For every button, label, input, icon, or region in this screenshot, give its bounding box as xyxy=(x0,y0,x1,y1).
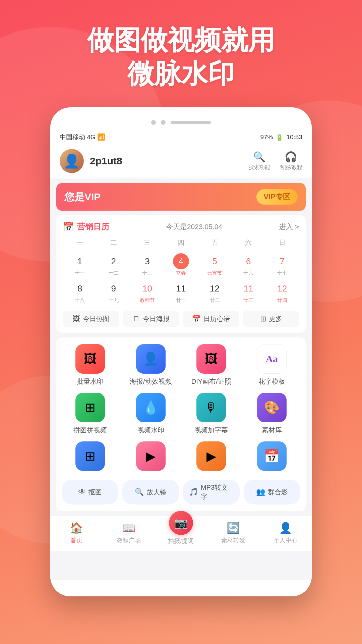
hot-image-button[interactable]: 🖼 今日热图 xyxy=(63,311,119,327)
cutout-icon: 👁 xyxy=(78,488,86,496)
cal-day-2[interactable]: 2 十二 xyxy=(97,251,131,278)
camera-circle-button[interactable]: 📷 xyxy=(169,511,193,535)
vip-banner[interactable]: 您是VIP VIP专区 xyxy=(56,183,306,211)
calendar-phrase-icon: 📅 xyxy=(192,315,201,323)
support-button[interactable]: 🎧 客服/教程 xyxy=(280,151,302,171)
nav-material[interactable]: 🔄 素材转发 xyxy=(207,522,259,544)
avatar xyxy=(60,149,84,173)
weekday-mon: 一 xyxy=(63,237,97,249)
feature-collage[interactable]: ⊞ 拼图拼视频 xyxy=(62,393,119,435)
feature-grid: 🖼 批量水印 👤 海报/动效视频 🖼 DIY xyxy=(62,344,300,474)
nav-home-label: 首页 xyxy=(70,536,82,544)
nav-tutorials[interactable]: 📖 教程广场 xyxy=(103,522,155,544)
time-text: 10:53 xyxy=(286,133,302,141)
calendar-phrase-label: 日历心语 xyxy=(203,314,230,323)
cal-day-6[interactable]: 6 十六 xyxy=(232,251,265,278)
mp3-button[interactable]: 🎵 MP3转文字 xyxy=(183,480,240,504)
weekday-thu: 四 xyxy=(164,237,198,249)
header-action-icons: 🔍 搜索功能 🎧 客服/教程 xyxy=(249,151,302,171)
hot-image-icon: 🖼 xyxy=(73,315,80,323)
calendar-phrase-button[interactable]: 📅 日历心语 xyxy=(183,311,239,327)
more-icon: ⊞ xyxy=(260,315,266,323)
nav-camera-label: 拍摄/提词 xyxy=(168,537,194,545)
cal-day-7[interactable]: 7 十七 xyxy=(265,251,299,278)
status-bar: 中国移动 4G 📶 97% 🔋 10:53 xyxy=(50,131,312,144)
mp3-label: MP3转文字 xyxy=(201,483,234,501)
group-label: 群合影 xyxy=(268,488,288,497)
search-label: 搜索功能 xyxy=(249,164,270,171)
calendar-action-buttons: 🖼 今日热图 🗒 今日海报 📅 日历心语 ⊞ 更多 xyxy=(63,306,299,333)
phone-top-bar xyxy=(50,117,312,131)
magnifier-icon: 🔍 xyxy=(135,488,144,496)
feature-play2[interactable]: ▶ xyxy=(183,441,240,474)
feature-diy-canvas[interactable]: 🖼 DIY画布/证照 xyxy=(183,344,240,386)
cal-day-9[interactable]: 9 十九 xyxy=(97,278,131,306)
today-poster-button[interactable]: 🗒 今日海报 xyxy=(123,311,179,327)
calendar-section: 📅 营销日历 今天是2023.05.04 进入 > 一 二 三 四 五 六 日 xyxy=(56,215,306,333)
status-right: 97% 🔋 10:53 xyxy=(260,133,302,141)
group-photo-button[interactable]: 👥 群合影 xyxy=(244,480,300,504)
battery-text: 97% xyxy=(260,133,273,141)
feature-collage-label: 拼图拼视频 xyxy=(73,426,107,435)
calendar-weekdays: 一 二 三 四 五 六 日 xyxy=(63,237,299,249)
carrier-signal: 中国移动 4G 📶 xyxy=(60,133,105,142)
cal-day-5[interactable]: 5 元宵节 xyxy=(198,251,232,278)
weekday-sun: 日 xyxy=(265,237,299,249)
camera-icon: 📷 xyxy=(174,517,188,529)
more-button[interactable]: ⊞ 更多 xyxy=(243,311,299,327)
cal-day-12b[interactable]: 12 廿四 xyxy=(265,278,299,306)
cal-day-3[interactable]: 3 十三 xyxy=(130,251,164,278)
vip-zone-button[interactable]: VIP专区 xyxy=(256,189,298,205)
cal-day-11[interactable]: 11 廿一 xyxy=(164,278,198,306)
feature-batch-watermark-label: 批量水印 xyxy=(77,377,104,386)
feature-calendar2[interactable]: 📅 xyxy=(243,441,301,474)
feature-video-watermark-label: 视频水印 xyxy=(137,426,164,435)
magnifier-label: 放大镜 xyxy=(146,488,167,497)
feature-batch-watermark[interactable]: 🖼 批量水印 xyxy=(62,344,119,386)
cutout-button[interactable]: 👁 抠图 xyxy=(62,480,118,504)
username-label: 2p1ut8 xyxy=(90,155,243,167)
search-button[interactable]: 🔍 搜索功能 xyxy=(249,151,270,171)
feature-font-template[interactable]: Aa 花字模板 xyxy=(243,344,301,386)
support-label: 客服/教程 xyxy=(280,164,302,171)
feature-subtitle[interactable]: 🎙 视频加字幕 xyxy=(183,393,240,435)
cal-day-8[interactable]: 8 十八 xyxy=(63,278,97,306)
more-label: 更多 xyxy=(269,314,282,323)
hero-section: 做图做视频就用 微脉水印 xyxy=(0,0,362,107)
feature-play1[interactable]: ▶ xyxy=(122,441,180,474)
cal-day-4-today[interactable]: 4 立春 xyxy=(164,251,198,278)
feature-poster-video-label: 海报/动效视频 xyxy=(130,377,172,386)
search-icon: 🔍 xyxy=(253,151,265,163)
nav-profile[interactable]: 👤 个人中心 xyxy=(259,522,312,544)
cutout-label: 抠图 xyxy=(88,488,102,497)
hot-image-label: 今日热图 xyxy=(83,314,110,323)
nav-camera-center[interactable]: 📷 拍摄/提词 xyxy=(155,521,207,545)
tutorials-icon: 📖 xyxy=(122,522,135,534)
magnifier-button[interactable]: 🔍 放大镜 xyxy=(122,480,179,504)
calendar-week-2: 8 十八 9 十九 10 教师节 11 廿一 xyxy=(63,278,299,306)
nav-material-label: 素材转发 xyxy=(221,536,245,544)
mp3-icon: 🎵 xyxy=(189,488,198,496)
feature-cutout[interactable]: ⊞ xyxy=(62,441,119,474)
feature-font-template-label: 花字模板 xyxy=(258,377,285,386)
cal-day-1[interactable]: 1 十一 xyxy=(63,251,97,278)
app-header: 2p1ut8 🔍 搜索功能 🎧 客服/教程 xyxy=(50,144,312,178)
nav-home[interactable]: 🏠 首页 xyxy=(50,522,103,544)
calendar-enter-button[interactable]: 进入 > xyxy=(279,222,299,231)
nav-tutorials-label: 教程广场 xyxy=(117,536,141,544)
calendar-today-date: 今天是2023.05.04 xyxy=(166,222,222,231)
feature-poster-video[interactable]: 👤 海报/动效视频 xyxy=(122,344,180,386)
cal-day-12[interactable]: 12 廿二 xyxy=(198,278,232,306)
hero-title: 做图做视频就用 微脉水印 xyxy=(0,23,362,91)
nav-profile-label: 个人中心 xyxy=(274,536,298,544)
material-icon: 🔄 xyxy=(227,522,240,534)
feature-diy-canvas-label: DIY画布/证照 xyxy=(191,377,231,386)
cal-day-11b[interactable]: 11 廿三 xyxy=(232,278,265,306)
feature-video-watermark[interactable]: 💧 视频水印 xyxy=(122,393,180,435)
feature-subtitle-label: 视频加字幕 xyxy=(194,426,228,435)
calendar-week-1: 1 十一 2 十二 3 十三 4 立春 xyxy=(63,251,299,278)
group-icon: 👥 xyxy=(256,488,265,496)
cal-day-10[interactable]: 10 教师节 xyxy=(130,278,164,306)
weekday-sat: 六 xyxy=(232,237,265,249)
feature-material-lib[interactable]: 🎨 素材库 xyxy=(243,393,301,435)
